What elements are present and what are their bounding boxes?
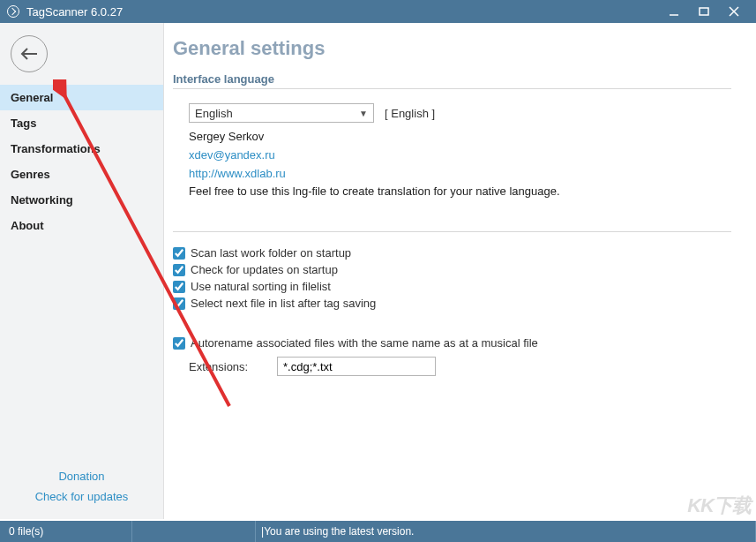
lng-note: Feel free to use this lng-file to create… (189, 183, 731, 201)
checkbox-label: Scan last work folder on startup (191, 246, 351, 260)
language-current-label: [ English ] (385, 107, 435, 120)
checkbox-label: Check for updates on startup (191, 263, 338, 276)
sidebar-item-genres[interactable]: Genres (0, 162, 163, 187)
sidebar-item-label: Networking (11, 193, 73, 207)
sidebar: General Tags Transformations Genres Netw… (0, 23, 164, 519)
svg-rect-1 (700, 8, 708, 15)
sidebar-item-label: Transformations (11, 142, 101, 155)
section-interface-language: Interface language (173, 72, 731, 89)
main-panel: General settings Interface language Engl… (164, 23, 756, 519)
close-button[interactable] (719, 0, 749, 23)
author-email-link[interactable]: xdev@yandex.ru (189, 147, 731, 165)
maximize-button[interactable] (689, 0, 719, 23)
sidebar-item-general[interactable]: General (0, 85, 163, 110)
extensions-label: Extensions: (189, 360, 259, 373)
status-spacer (132, 521, 256, 542)
sidebar-item-about[interactable]: About (0, 213, 163, 238)
checkbox-check-updates[interactable] (173, 264, 185, 276)
checkbox-natural-sort[interactable] (173, 281, 185, 293)
titlebar: TagScanner 6.0.27 (0, 0, 756, 23)
sidebar-item-label: Tags (11, 117, 36, 130)
checkbox-label: Select next file in list after tag savin… (191, 297, 376, 310)
minimize-button[interactable] (659, 0, 689, 23)
app-icon (7, 5, 19, 18)
checkbox-scan-last[interactable] (173, 247, 185, 260)
check-updates-link[interactable]: Check for updates (0, 486, 163, 507)
author-name: Sergey Serkov (189, 128, 731, 147)
sidebar-item-networking[interactable]: Networking (0, 187, 163, 213)
donation-link[interactable]: Donation (0, 466, 163, 486)
checkbox-autorename[interactable] (173, 337, 185, 350)
page-title: General settings (173, 37, 731, 60)
language-select-value: English (195, 107, 233, 120)
sidebar-item-label: General (11, 91, 53, 104)
statusbar: 0 file(s) | You are using the latest ver… (0, 521, 756, 542)
author-website-link[interactable]: http://www.xdlab.ru (189, 165, 731, 184)
back-button[interactable] (11, 35, 48, 72)
window-title: TagScanner 6.0.27 (26, 5, 123, 19)
status-version: | You are using the latest version. (256, 521, 756, 542)
checkbox-label: Use natural sorting in filelist (191, 280, 331, 293)
watermark: KK下载 (687, 493, 751, 519)
status-files: 0 file(s) (0, 521, 132, 542)
sidebar-item-transformations[interactable]: Transformations (0, 136, 163, 162)
sidebar-item-tags[interactable]: Tags (0, 110, 163, 136)
chevron-down-icon: ▼ (359, 109, 368, 118)
extensions-input[interactable] (277, 357, 436, 376)
sidebar-item-label: About (11, 219, 44, 232)
divider (173, 231, 731, 232)
checkbox-label: Autorename associated files with the sam… (191, 336, 538, 350)
checkbox-select-next[interactable] (173, 297, 185, 310)
sidebar-item-label: Genres (11, 168, 50, 181)
language-select[interactable]: English ▼ (189, 103, 374, 123)
